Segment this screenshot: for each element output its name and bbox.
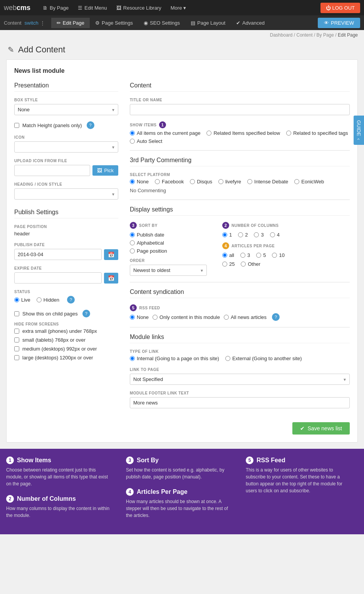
- box-style-select[interactable]: None Box Shadow Border: [14, 104, 118, 115]
- order-select[interactable]: Newest to oldest Oldest to newest A to Z…: [130, 265, 207, 276]
- logout-btn[interactable]: ⏻ LOG OUT: [320, 3, 360, 13]
- sort-by-alpha-radio[interactable]: [130, 240, 135, 245]
- status-hidden-radio[interactable]: [37, 297, 42, 302]
- hide-xs-label: extra small (phones) under 768px: [22, 328, 97, 334]
- page-title: Add Content: [18, 45, 65, 55]
- link-internal-label: Internal (Going to a page on this site): [137, 356, 219, 361]
- edit-page-tab[interactable]: ✏ Edit Page: [51, 18, 90, 28]
- guide-tab[interactable]: GUIDE ‹: [354, 116, 364, 145]
- seo-icon: ◉: [144, 20, 148, 26]
- icon-select[interactable]: [14, 141, 118, 153]
- status-help-btn[interactable]: ?: [67, 296, 75, 304]
- expire-date-calendar-btn[interactable]: 📅: [104, 273, 118, 284]
- edit-content-icon: ✎: [8, 45, 14, 54]
- edit-menu-btn[interactable]: ☰ Edit Menu: [73, 3, 112, 13]
- art-other-radio[interactable]: [241, 262, 246, 267]
- art-all-radio[interactable]: [222, 253, 227, 258]
- art-other-row: Other: [241, 261, 260, 267]
- rss-none-radio[interactable]: [130, 315, 135, 320]
- footer-link-text-input[interactable]: [130, 397, 350, 408]
- resource-library-btn[interactable]: 🖼 Resource Library: [112, 3, 166, 13]
- check-icon: ✔: [236, 20, 240, 26]
- heading-icon-style-label: HEADING / ICON STYLE: [14, 182, 118, 186]
- match-height-checkbox[interactable]: [14, 123, 19, 128]
- rss-all-radio[interactable]: [224, 315, 229, 320]
- hide-lg-checkbox[interactable]: [14, 355, 19, 360]
- hide-sm-checkbox[interactable]: [14, 337, 19, 342]
- hide-md-checkbox[interactable]: [14, 346, 19, 351]
- advanced-tab[interactable]: ✔ Advanced: [231, 18, 270, 28]
- seo-settings-tab[interactable]: ◉ SEO Settings: [138, 18, 185, 28]
- by-page-btn[interactable]: 🗎 By Page: [38, 3, 73, 13]
- help-item-5-text: This is a way for users of other website…: [246, 466, 350, 494]
- hide-xs-checkbox[interactable]: [14, 329, 19, 334]
- platform-facebook-radio[interactable]: [155, 179, 160, 184]
- show-child-pages-checkbox[interactable]: [14, 311, 19, 316]
- articles-radio-group: all 3 5 10: [222, 252, 285, 258]
- art-10-radio[interactable]: [272, 253, 277, 258]
- page-settings-tab[interactable]: ⚙ Page Settings: [90, 18, 138, 28]
- publish-date-input[interactable]: [14, 249, 102, 260]
- sort-by-publish-radio[interactable]: [130, 232, 135, 237]
- page-layout-tab[interactable]: ▤ Page Layout: [185, 18, 231, 28]
- show-items-tags-row: Related to specified tags: [286, 130, 348, 136]
- platform-intensedebate-radio[interactable]: [247, 179, 252, 184]
- platform-livefyre-radio[interactable]: [218, 179, 223, 184]
- match-height-help-btn[interactable]: ?: [87, 121, 94, 129]
- art-5-row: 5: [256, 252, 266, 258]
- platform-none-radio[interactable]: [130, 179, 135, 184]
- breadcrumb-dashboard[interactable]: Dashboard: [270, 32, 293, 38]
- col-1-radio[interactable]: [222, 232, 227, 237]
- platform-disqus-radio[interactable]: [190, 179, 195, 184]
- col-2-radio[interactable]: [238, 232, 243, 237]
- show-child-pages-help-btn[interactable]: ?: [82, 310, 90, 317]
- show-items-related-radio[interactable]: [206, 131, 211, 136]
- link-external-radio[interactable]: [225, 356, 230, 361]
- dots-icon[interactable]: ⋮: [40, 20, 45, 26]
- rss-none-row: None: [130, 314, 149, 320]
- show-items-all-radio[interactable]: [130, 131, 135, 136]
- col-3-row: 3: [254, 232, 263, 238]
- col-4-radio[interactable]: [270, 232, 275, 237]
- help-item-2-text: How many columns to display the content …: [6, 505, 111, 519]
- preview-btn[interactable]: 👁 PREVIEW: [318, 18, 360, 28]
- col-3-radio[interactable]: [254, 232, 259, 237]
- rss-module-row: Only content in this module: [153, 314, 220, 320]
- art-25-label: 25: [229, 261, 235, 267]
- art-25-row: 25: [222, 261, 235, 267]
- sort-by-position-radio[interactable]: [130, 248, 135, 253]
- heading-icon-style-select[interactable]: [14, 188, 118, 200]
- title-or-name-input[interactable]: [130, 104, 350, 115]
- order-label: ORDER: [130, 258, 207, 263]
- rss-module-radio[interactable]: [153, 315, 158, 320]
- sort-by-radio-group: Publish date Alphabetical Page position: [130, 232, 207, 254]
- platform-eonicweb-radio[interactable]: [294, 179, 299, 184]
- breadcrumb-content[interactable]: Content: [297, 32, 313, 38]
- art-25-radio[interactable]: [222, 262, 227, 267]
- num-columns-radio-group: 1 2 3 4: [222, 232, 285, 238]
- help-item-2: 2 Number of Columns How many columns to …: [6, 495, 111, 519]
- link-to-page-select[interactable]: Not Specified: [130, 374, 350, 385]
- switch-label[interactable]: switch: [25, 20, 39, 26]
- save-news-list-btn[interactable]: ✔ Save news list: [292, 422, 350, 435]
- breadcrumb-bypage[interactable]: By Page: [317, 32, 334, 38]
- rss-none-label: None: [137, 314, 149, 320]
- art-3-radio[interactable]: [240, 253, 245, 258]
- show-items-auto-radio[interactable]: [130, 139, 135, 144]
- show-items-tags-radio[interactable]: [286, 131, 291, 136]
- upload-icon-input[interactable]: [14, 165, 90, 176]
- rss-help-btn[interactable]: ?: [272, 313, 280, 321]
- type-of-link-group: TYPE OF LINK Internal (Going to a page o…: [130, 349, 350, 361]
- status-live-radio[interactable]: [14, 297, 19, 302]
- art-5-radio[interactable]: [256, 253, 261, 258]
- publish-date-calendar-btn[interactable]: 📅: [104, 249, 118, 260]
- sort-by-alpha-row: Alphabetical: [130, 240, 207, 246]
- help-col-3: 5 RSS Feed This is a way for users of ot…: [238, 456, 358, 527]
- help-item-4-title: 4 Articles Per Page: [126, 488, 230, 496]
- pick-btn[interactable]: 🖼 Pick: [92, 165, 118, 176]
- rss-radio-row: None Only content in this module All new…: [130, 313, 350, 321]
- link-internal-radio[interactable]: [130, 356, 135, 361]
- rss-all-label: All news articles: [231, 314, 267, 320]
- more-btn[interactable]: More ▾: [166, 3, 191, 13]
- expire-date-input[interactable]: [14, 272, 102, 284]
